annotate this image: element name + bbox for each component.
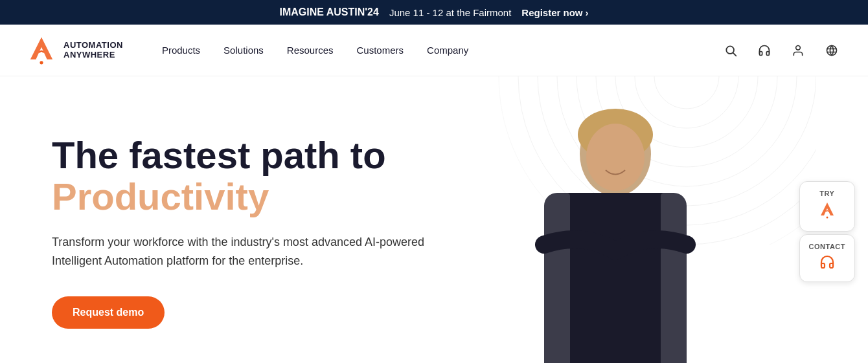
navbar: AUTOMATION ANYWHERE Products Solutions R… xyxy=(0,25,868,76)
hero-heading-highlight: Productivity xyxy=(52,175,269,217)
svg-point-0 xyxy=(40,61,43,64)
hero-heading: The fastest path to Productivity xyxy=(52,135,531,217)
nav-customers[interactable]: Customers xyxy=(357,45,404,56)
try-icon xyxy=(819,201,836,223)
svg-point-21 xyxy=(586,124,645,191)
svg-rect-19 xyxy=(544,193,570,363)
nav-links: Products Solutions Resources Customers C… xyxy=(162,45,720,56)
announcement-bar: IMAGINE AUSTIN'24 June 11 - 12 at the Fa… xyxy=(0,0,868,25)
nav-products[interactable]: Products xyxy=(162,45,200,56)
register-label: Register now xyxy=(521,7,582,18)
hero-person-image xyxy=(492,96,738,363)
event-name: IMAGINE AUSTIN'24 xyxy=(279,6,378,18)
globe-icon[interactable] xyxy=(821,40,842,61)
contact-button[interactable]: CONTACT xyxy=(799,234,855,282)
event-date: June 11 - 12 at the Fairmont xyxy=(389,7,511,18)
user-icon[interactable] xyxy=(788,40,808,61)
nav-company[interactable]: Company xyxy=(427,45,468,56)
try-label: TRY xyxy=(819,190,834,197)
contact-headset-icon xyxy=(819,254,835,274)
request-demo-button[interactable]: Request demo xyxy=(52,296,165,329)
svg-point-22 xyxy=(826,217,828,219)
person-silhouette xyxy=(492,96,738,363)
logo-icon xyxy=(26,35,57,66)
logo-text: AUTOMATION ANYWHERE xyxy=(63,41,123,60)
nav-icons xyxy=(720,40,842,61)
svg-point-4 xyxy=(827,45,837,55)
search-icon[interactable] xyxy=(720,40,741,61)
register-link[interactable]: Register now › xyxy=(521,7,588,18)
hero-heading-part1: The fastest path to xyxy=(52,134,386,176)
hero-section: The fastest path to Productivity Transfo… xyxy=(0,76,868,363)
try-button[interactable]: TRY xyxy=(799,181,855,232)
nav-solutions[interactable]: Solutions xyxy=(223,45,264,56)
svg-line-2 xyxy=(733,53,736,56)
brand-bottom: ANYWHERE xyxy=(63,50,123,60)
hero-subtext: Transform your workforce with the indust… xyxy=(52,233,453,270)
contact-label: CONTACT xyxy=(809,243,845,250)
svg-point-3 xyxy=(796,45,801,50)
headset-icon[interactable] xyxy=(754,40,775,61)
svg-point-1 xyxy=(726,46,734,54)
nav-resources[interactable]: Resources xyxy=(287,45,334,56)
logo[interactable]: AUTOMATION ANYWHERE xyxy=(26,35,123,66)
svg-rect-20 xyxy=(661,193,687,363)
register-arrow: › xyxy=(586,7,589,18)
side-buttons: TRY CONTACT xyxy=(799,181,855,282)
brand-top: AUTOMATION xyxy=(63,41,123,50)
